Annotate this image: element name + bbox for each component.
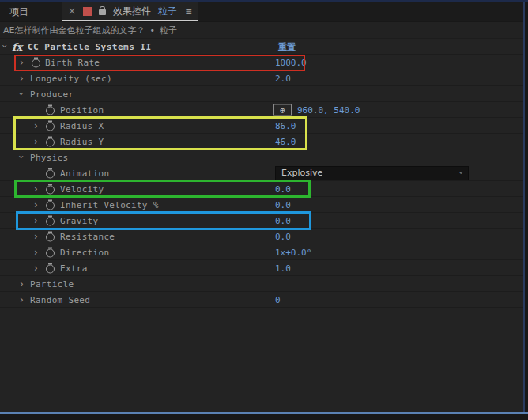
group-row-producer[interactable]: › Producer: [0, 86, 523, 102]
layer-color-swatch-icon: [83, 7, 92, 16]
stopwatch-icon[interactable]: [32, 57, 40, 67]
stopwatch-icon[interactable]: [46, 168, 55, 178]
param-value[interactable]: 1000.0: [275, 57, 307, 67]
reset-button[interactable]: 重置: [278, 40, 296, 52]
panel-menu-icon[interactable]: ≡: [186, 6, 192, 17]
expand-arrow-icon[interactable]: ›: [20, 278, 24, 289]
group-label: Producer: [30, 89, 74, 99]
stopwatch-icon[interactable]: [46, 120, 55, 131]
param-label: Radius X: [60, 120, 104, 131]
collapse-chevron-icon[interactable]: ›: [0, 44, 10, 47]
active-layer-name: 粒子: [158, 5, 177, 18]
panel-right-border: [523, 2, 525, 412]
param-label: Position: [60, 104, 104, 115]
param-value[interactable]: 0: [275, 294, 281, 305]
group-label: Particle: [30, 278, 74, 289]
fx-badge-icon[interactable]: fx: [12, 40, 22, 52]
group-row-particle[interactable]: › Particle: [0, 276, 523, 292]
stopwatch-icon[interactable]: [46, 247, 55, 257]
param-label: Gravity: [60, 215, 98, 225]
param-row-resistance: › Resistance 0.0: [0, 229, 523, 244]
composition-name: AE怎样制作由金色粒子组成的文字？: [3, 25, 145, 36]
panel-title: 效果控件: [113, 5, 151, 18]
param-label: Velocity: [60, 184, 104, 194]
group-row-physics[interactable]: › Physics: [0, 149, 523, 165]
param-row-velocity: › Velocity 0.0: [0, 181, 523, 197]
param-row-longevity: › Longevity (sec) 2.0: [0, 70, 523, 86]
breadcrumb: AE怎样制作由金色粒子组成的文字？ • 粒子: [0, 22, 523, 39]
group-label: Physics: [30, 152, 68, 162]
expand-arrow-icon[interactable]: ›: [34, 231, 38, 242]
tab-project-label: 项目: [9, 6, 28, 19]
param-row-direction: › Direction 1x+0.0°: [0, 244, 523, 260]
stopwatch-icon[interactable]: [46, 136, 55, 146]
stopwatch-icon[interactable]: [46, 199, 55, 210]
effect-name: CC Particle Systems II: [28, 41, 152, 51]
lock-icon[interactable]: [99, 9, 106, 15]
collapse-chevron-icon[interactable]: ›: [16, 91, 27, 95]
expand-arrow-icon[interactable]: ›: [20, 57, 24, 68]
param-label: Birth Rate: [45, 57, 100, 67]
parameter-list: › fx CC Particle Systems II 重置 › Birth R…: [0, 39, 523, 308]
param-value[interactable]: 1.0: [275, 263, 291, 273]
expand-arrow-icon[interactable]: ›: [34, 136, 38, 147]
param-row-birth-rate: › Birth Rate 1000.0: [0, 55, 523, 70]
param-value[interactable]: 0.0: [275, 231, 291, 241]
param-value[interactable]: 960.0, 540.0: [297, 104, 360, 115]
param-value[interactable]: 0.0: [275, 215, 291, 225]
breadcrumb-separator: •: [149, 25, 155, 36]
stopwatch-icon[interactable]: [46, 215, 55, 225]
param-row-gravity: › Gravity 0.0: [0, 213, 523, 229]
param-label: Inherit Velocity %: [60, 199, 159, 210]
param-label: Animation: [60, 168, 109, 178]
position-picker-button[interactable]: ⊕: [273, 104, 292, 115]
param-label: Radius Y: [60, 136, 104, 146]
param-value[interactable]: 0.0: [275, 184, 291, 194]
crosshair-target-icon: ⊕: [280, 104, 285, 115]
expand-arrow-icon[interactable]: ›: [34, 215, 38, 226]
param-row-random-seed: › Random Seed 0: [0, 292, 523, 308]
param-label: Resistance: [60, 231, 115, 241]
chevron-down-icon: ›: [455, 171, 466, 174]
tab-project[interactable]: 项目: [0, 2, 38, 21]
stopwatch-icon[interactable]: [46, 184, 55, 194]
panel-bottom-border: [0, 412, 528, 414]
expand-arrow-icon[interactable]: ›: [34, 184, 38, 195]
close-tab-icon[interactable]: ×: [68, 6, 76, 17]
param-row-animation: Animation Explosive ›: [0, 165, 523, 181]
panel-tab-bar: 项目 × 效果控件 粒子 ≡: [0, 2, 523, 22]
param-value[interactable]: 2.0: [275, 73, 291, 83]
stopwatch-icon[interactable]: [46, 104, 55, 115]
param-row-inherit-velocity: › Inherit Velocity % 0.0: [0, 197, 523, 213]
expand-arrow-icon[interactable]: ›: [34, 247, 38, 258]
effect-controls-panel: 项目 × 效果控件 粒子 ≡ AE怎样制作由金色粒子组成的文字？ • 粒子 › …: [0, 2, 523, 412]
param-value[interactable]: 46.0: [275, 136, 296, 146]
tab-effect-controls[interactable]: × 效果控件 粒子 ≡: [62, 2, 198, 21]
expand-arrow-icon[interactable]: ›: [34, 120, 38, 131]
dropdown-selected-value: Explosive: [281, 168, 322, 178]
collapse-chevron-icon[interactable]: ›: [16, 154, 27, 158]
param-row-radius-y: › Radius Y 46.0: [0, 134, 523, 149]
expand-arrow-icon[interactable]: ›: [34, 199, 38, 210]
param-value[interactable]: 1x+0.0°: [275, 247, 311, 257]
stopwatch-icon[interactable]: [46, 231, 55, 241]
param-row-position: Position ⊕ 960.0, 540.0: [0, 102, 523, 118]
param-label: Extra: [60, 263, 88, 273]
param-row-radius-x: › Radius X 86.0: [0, 118, 523, 134]
param-label: Longevity (sec): [30, 73, 112, 83]
stopwatch-icon[interactable]: [46, 263, 55, 273]
param-value[interactable]: 86.0: [275, 120, 296, 131]
expand-arrow-icon[interactable]: ›: [34, 263, 38, 274]
param-row-extra: › Extra 1.0: [0, 260, 523, 276]
param-label: Direction: [60, 247, 109, 257]
param-value[interactable]: 0.0: [275, 199, 291, 210]
expand-arrow-icon[interactable]: ›: [20, 294, 24, 305]
animation-dropdown[interactable]: Explosive ›: [275, 166, 469, 180]
breadcrumb-layer-name: 粒子: [160, 25, 177, 36]
expand-arrow-icon[interactable]: ›: [20, 73, 24, 84]
param-label: Random Seed: [30, 294, 90, 305]
effect-header-row: › fx CC Particle Systems II 重置: [0, 39, 523, 55]
